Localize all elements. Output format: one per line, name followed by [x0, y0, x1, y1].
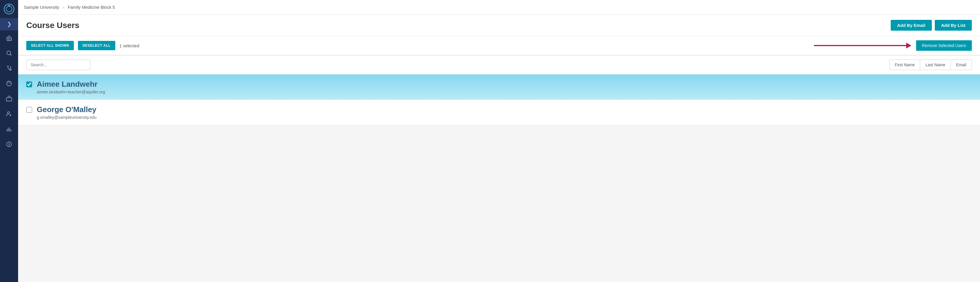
- analytics-nav-icon[interactable]: [0, 121, 18, 137]
- sort-last-name-button[interactable]: Last Name: [920, 60, 951, 70]
- svg-point-1: [6, 6, 12, 12]
- user-email-1: g.omalley@sampleuniversity.edu: [37, 115, 972, 120]
- table-row: George O'Malley g.omalley@sampleuniversi…: [18, 100, 980, 125]
- table-row: Aimee Landwehr aimee.landwehr+teacher@aq…: [18, 75, 980, 100]
- home-nav-icon[interactable]: [0, 30, 18, 46]
- action-bar: SELECT ALL SHOWN DESELECT ALL 1 selected…: [18, 36, 980, 56]
- filter-bar: First Name Last Name Email: [18, 56, 980, 75]
- sidebar-toggle-button[interactable]: ❯: [0, 18, 18, 30]
- user-info-1: George O'Malley g.omalley@sampleuniversi…: [37, 105, 972, 120]
- header-action-buttons: Add By Email Add By List: [891, 20, 972, 31]
- palette-nav-icon[interactable]: [0, 76, 18, 91]
- user-list: Aimee Landwehr aimee.landwehr+teacher@aq…: [18, 75, 980, 282]
- breadcrumb-course[interactable]: Family Medicine Block 5: [64, 5, 118, 10]
- breadcrumb: Sample University › Family Medicine Bloc…: [18, 0, 980, 14]
- arrow-annotation: [515, 45, 907, 46]
- svg-point-2: [8, 5, 10, 7]
- deselect-all-button[interactable]: DESELECT ALL: [78, 41, 115, 50]
- sort-first-name-button[interactable]: First Name: [889, 60, 920, 70]
- search-nav-icon[interactable]: [0, 46, 18, 61]
- user-checkbox-0[interactable]: [26, 81, 32, 87]
- breadcrumb-university[interactable]: Sample University: [24, 5, 63, 10]
- svg-point-7: [9, 82, 10, 83]
- user-email-0: aimee.landwehr+teacher@aquifer.org: [37, 89, 972, 94]
- svg-point-8: [10, 83, 11, 83]
- sort-buttons: First Name Last Name Email: [889, 59, 972, 70]
- search-input[interactable]: [26, 59, 91, 70]
- svg-point-3: [7, 51, 11, 55]
- user-name-1: George O'Malley: [37, 105, 972, 114]
- stethoscope-nav-icon[interactable]: [0, 61, 18, 76]
- sort-email-button[interactable]: Email: [951, 60, 972, 70]
- user-info-0: Aimee Landwehr aimee.landwehr+teacher@aq…: [37, 80, 972, 94]
- main-content: Sample University › Family Medicine Bloc…: [18, 0, 980, 282]
- add-by-list-button[interactable]: Add By List: [935, 20, 972, 31]
- briefcase-nav-icon[interactable]: [0, 91, 18, 106]
- add-by-email-button[interactable]: Add By Email: [891, 20, 932, 31]
- remove-selected-users-button[interactable]: Remove Selected Users: [916, 40, 972, 51]
- svg-rect-9: [6, 97, 12, 101]
- info-nav-icon[interactable]: [0, 137, 18, 152]
- sidebar: ❯: [0, 0, 18, 282]
- arrow-line: [814, 45, 907, 46]
- user-checkbox-1[interactable]: [26, 107, 32, 113]
- user-name-0: Aimee Landwehr: [37, 80, 972, 89]
- svg-point-6: [8, 83, 8, 83]
- svg-point-10: [8, 112, 10, 114]
- logo: [0, 0, 18, 18]
- page-title: Course Users: [26, 21, 80, 30]
- selected-count-label: 1 selected: [119, 43, 511, 48]
- select-all-button[interactable]: SELECT ALL SHOWN: [26, 41, 74, 50]
- add-user-nav-icon[interactable]: [0, 106, 18, 121]
- page-header: Course Users Add By Email Add By List: [18, 14, 980, 36]
